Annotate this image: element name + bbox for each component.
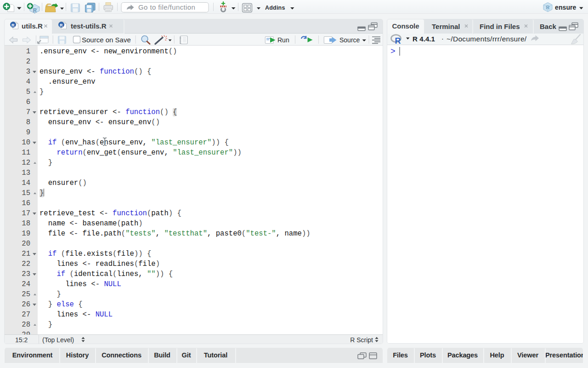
svg-text:R: R	[395, 36, 401, 45]
svg-text:test-utils.R: test-utils.R	[71, 22, 107, 30]
svg-text:utils.R: utils.R	[22, 22, 43, 30]
svg-text:Terminal: Terminal	[432, 23, 460, 30]
svg-text:Source on Save: Source on Save	[82, 36, 131, 44]
svg-text:R: R	[11, 23, 15, 28]
svg-text:·: ·	[441, 35, 444, 42]
svg-text:~/Documents/rrr/ensure/: ~/Documents/rrr/ensure/	[447, 35, 527, 43]
svg-text:ensure: ensure	[555, 4, 577, 11]
svg-text:Find in Files: Find in Files	[480, 23, 520, 30]
svg-text:R: R	[546, 5, 550, 10]
svg-text:Go to file/function: Go to file/function	[138, 3, 195, 11]
svg-text:R: R	[33, 7, 37, 14]
svg-text:R 4.4.1: R 4.4.1	[413, 35, 435, 43]
svg-text:Run: Run	[277, 36, 289, 44]
svg-text:Addins: Addins	[265, 5, 285, 11]
svg-text:Source: Source	[339, 36, 360, 44]
svg-text:R: R	[60, 23, 63, 28]
